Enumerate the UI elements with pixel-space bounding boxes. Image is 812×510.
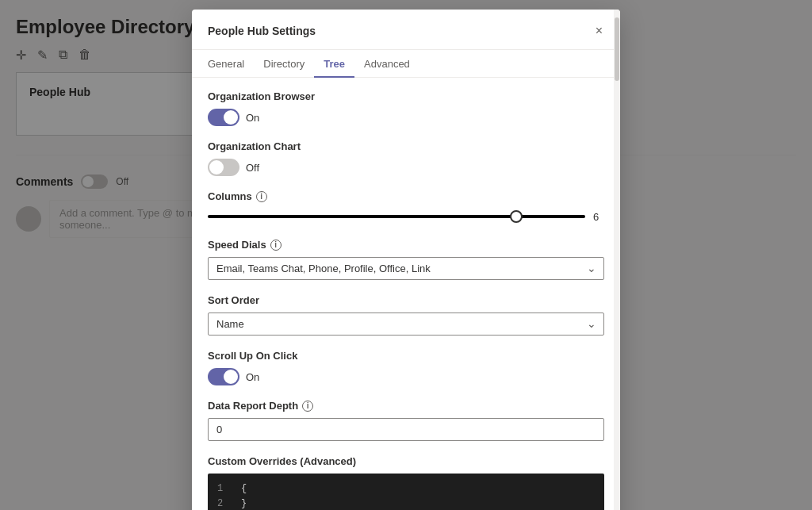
scroll-up-toggle[interactable] xyxy=(208,368,239,385)
scroll-up-label: Scroll Up On Click xyxy=(208,350,604,362)
scroll-up-toggle-row: On xyxy=(208,368,604,385)
close-button[interactable]: × xyxy=(594,22,604,40)
scroll-up-setting: Scroll Up On Click On xyxy=(208,350,604,385)
scroll-thumb[interactable] xyxy=(615,17,619,81)
data-report-depth-label: Data Report Depth i xyxy=(208,400,604,412)
org-browser-setting: Organization Browser On xyxy=(208,90,604,126)
columns-info-icon[interactable]: i xyxy=(256,191,267,202)
modal-body: Organization Browser On Organization Cha… xyxy=(192,78,620,510)
data-report-depth-setting: Data Report Depth i xyxy=(208,400,604,441)
speed-dials-setting: Speed Dials i Email, Teams Chat, Phone, … xyxy=(208,239,604,280)
settings-modal: People Hub Settings × General Directory … xyxy=(192,10,620,510)
sort-order-setting: Sort Order Name xyxy=(208,294,604,336)
columns-value: 6 xyxy=(593,211,604,223)
tab-directory[interactable]: Directory xyxy=(254,50,314,78)
speed-dials-label: Speed Dials i xyxy=(208,239,604,251)
tab-advanced[interactable]: Advanced xyxy=(354,50,419,78)
scrollbar[interactable] xyxy=(614,10,620,510)
code-line-1: 1 { xyxy=(217,481,595,497)
org-browser-label: Organization Browser xyxy=(208,90,604,102)
speed-dials-info-icon[interactable]: i xyxy=(270,240,282,251)
org-chart-state: Off xyxy=(246,162,259,174)
tab-tree[interactable]: Tree xyxy=(314,50,354,78)
data-report-depth-input[interactable] xyxy=(208,418,604,441)
scroll-up-state: On xyxy=(246,371,259,383)
columns-label: Columns i xyxy=(208,190,604,202)
sort-order-label: Sort Order xyxy=(208,294,604,306)
org-chart-label: Organization Chart xyxy=(208,140,604,152)
close-icon: × xyxy=(596,24,603,38)
modal-header: People Hub Settings × xyxy=(192,10,620,50)
custom-overrides-label: Custom Overrides (Advanced) xyxy=(208,455,604,467)
org-browser-state: On xyxy=(246,112,259,124)
org-browser-toggle-row: On xyxy=(208,109,604,126)
org-chart-toggle[interactable] xyxy=(208,159,239,176)
speed-dials-select-wrapper: Email, Teams Chat, Phone, Profile, Offic… xyxy=(208,257,604,280)
org-chart-toggle-row: Off xyxy=(208,159,604,176)
custom-overrides-setting: Custom Overrides (Advanced) 1 { 2 } 3 ✓ xyxy=(208,455,604,510)
speed-dials-select[interactable]: Email, Teams Chat, Phone, Profile, Offic… xyxy=(208,257,604,280)
org-chart-setting: Organization Chart Off xyxy=(208,140,604,176)
slider-track xyxy=(208,215,585,218)
columns-slider-container xyxy=(208,209,585,224)
modal-title: People Hub Settings xyxy=(208,25,316,37)
data-report-info-icon[interactable]: i xyxy=(302,401,313,412)
columns-setting: Columns i 6 xyxy=(208,190,604,224)
slider-row: 6 xyxy=(208,209,604,224)
slider-thumb[interactable] xyxy=(510,210,523,223)
sort-order-select[interactable]: Name xyxy=(208,313,604,336)
code-editor[interactable]: 1 { 2 } 3 ✓ xyxy=(208,474,604,510)
tabs-container: General Directory Tree Advanced xyxy=(192,50,620,78)
org-browser-toggle[interactable] xyxy=(208,109,239,126)
code-line-2: 2 } xyxy=(217,497,595,510)
sort-order-select-wrapper: Name xyxy=(208,313,604,336)
tab-general[interactable]: General xyxy=(208,50,254,78)
